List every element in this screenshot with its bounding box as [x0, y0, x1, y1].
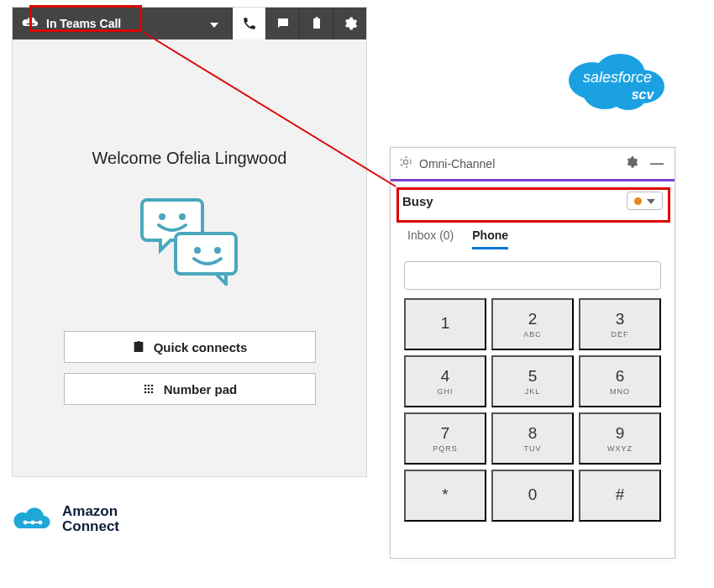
svg-point-13	[144, 391, 146, 394]
amazon-connect-logo: Amazon Connect	[12, 504, 119, 534]
dial-key-4[interactable]: 4GHI	[404, 355, 486, 407]
dial-key-6[interactable]: 6MNO	[579, 355, 661, 407]
dial-key-1[interactable]: 1	[404, 298, 486, 350]
number-pad-button[interactable]: Number pad	[64, 373, 316, 405]
dial-key-9[interactable]: 9WXYZ	[579, 412, 661, 465]
chat-bubbles-illustration	[13, 193, 366, 289]
amazon-connect-logo-line1: Amazon	[62, 504, 119, 519]
amazon-connect-logo-text: Amazon Connect	[62, 504, 119, 534]
svg-point-8	[147, 385, 150, 387]
phone-icon	[242, 16, 257, 31]
dial-key-7[interactable]: 7PQRS	[404, 412, 486, 465]
quick-connects-label: Quick connects	[154, 340, 248, 354]
connect-body: Welcome Ofelia Lingwood Quick connects	[13, 39, 366, 405]
dial-key-hash[interactable]: #	[579, 470, 661, 522]
omni-settings-button[interactable]	[622, 155, 641, 172]
chevron-down-icon	[210, 16, 218, 31]
salesforce-scv-logo: salesforce scv	[554, 40, 680, 128]
amazon-connect-logo-line2: Connect	[62, 519, 119, 534]
omni-tabs: Inbox (0) Phone	[391, 228, 675, 249]
callout-highlight-status	[29, 5, 142, 32]
gear-icon	[625, 155, 638, 169]
omni-header: Omni-Channel —	[391, 148, 675, 181]
svg-point-25	[401, 157, 411, 167]
phone-tab[interactable]	[232, 8, 265, 39]
omni-title: Omni-Channel	[419, 157, 616, 171]
salesforce-text: salesforce	[583, 69, 652, 86]
dial-key-star[interactable]: *	[404, 470, 486, 522]
contacts-icon	[132, 340, 145, 354]
dial-key-8[interactable]: 8TUV	[491, 412, 574, 465]
amazon-connect-panel: In Teams Call Welcome Ofelia Lingwood	[12, 7, 367, 477]
svg-point-14	[147, 391, 150, 394]
dial-grid: 1 2ABC 3DEF 4GHI 5JKL 6MNO 7PQRS 8TUV 9W…	[404, 298, 661, 522]
tab-phone[interactable]: Phone	[472, 228, 508, 249]
quick-connects-button[interactable]: Quick connects	[64, 331, 316, 363]
amazon-connect-cloud-icon	[12, 504, 54, 534]
scv-text: scv	[632, 87, 655, 102]
svg-point-7	[144, 385, 146, 387]
chat-icon	[276, 16, 291, 31]
clipboard-icon	[310, 16, 323, 31]
svg-point-5	[194, 247, 201, 254]
connect-tabs	[232, 8, 366, 39]
svg-point-15	[150, 391, 153, 394]
chat-tab[interactable]	[265, 8, 299, 39]
svg-point-4	[179, 213, 186, 220]
dial-area: 1 2ABC 3DEF 4GHI 5JKL 6MNO 7PQRS 8TUV 9W…	[391, 249, 675, 522]
omni-minimize-button[interactable]: —	[648, 156, 666, 171]
svg-point-11	[147, 388, 150, 391]
dialpad-icon	[142, 382, 155, 396]
callout-highlight-omni-status	[396, 187, 670, 223]
dial-key-3[interactable]: 3DEF	[579, 298, 661, 350]
svg-point-6	[214, 247, 221, 254]
dial-key-5[interactable]: 5JKL	[491, 355, 574, 407]
svg-point-12	[150, 388, 153, 391]
settings-tab[interactable]	[333, 8, 366, 39]
svg-point-10	[144, 388, 146, 391]
gear-icon	[343, 16, 358, 31]
svg-point-3	[159, 213, 165, 220]
tab-inbox[interactable]: Inbox (0)	[407, 228, 454, 249]
welcome-text: Welcome Ofelia Lingwood	[13, 149, 366, 168]
number-pad-label: Number pad	[164, 382, 238, 396]
dial-input[interactable]	[404, 261, 661, 290]
tasks-tab[interactable]	[299, 8, 333, 39]
dial-key-0[interactable]: 0	[491, 470, 574, 522]
status-dropdown-button[interactable]	[197, 8, 232, 39]
svg-point-9	[150, 385, 153, 387]
svg-point-24	[403, 160, 407, 164]
dial-key-2[interactable]: 2ABC	[491, 298, 574, 350]
omni-icon	[399, 155, 412, 172]
omni-channel-panel: Omni-Channel — Busy Inbox (0) Phone 1 2A…	[390, 147, 675, 559]
